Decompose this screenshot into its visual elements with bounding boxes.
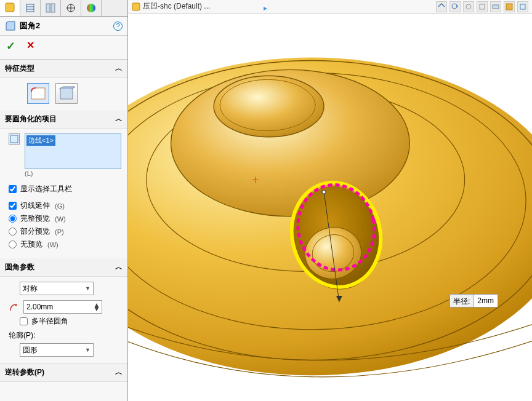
full-preview-shortcut: (W) <box>55 215 66 223</box>
svg-rect-10 <box>10 135 18 143</box>
selection-shortcut: (L) <box>25 170 33 177</box>
section-feature-type-title: 特征类型 <box>5 63 34 74</box>
section-feature-type-body <box>0 78 127 110</box>
svg-rect-16 <box>493 5 499 9</box>
panel-tabs <box>0 0 127 17</box>
breadcrumb-bar: 压凹-shc (Default) ... <box>128 0 532 14</box>
radius-icon <box>9 301 20 312</box>
view-tool-pan[interactable] <box>463 1 474 12</box>
view-tool-rotate[interactable] <box>449 1 461 12</box>
svg-point-13 <box>452 4 457 9</box>
profile-combo[interactable]: 圆形 ▼ <box>20 343 94 357</box>
svg-rect-12 <box>132 3 140 10</box>
section-params-title: 圆角参数 <box>5 262 34 272</box>
model-3d-view[interactable] <box>128 14 532 401</box>
view-tool-scene[interactable] <box>504 1 515 12</box>
view-tool-display[interactable] <box>490 1 501 12</box>
tangent-label: 切线延伸 <box>20 200 50 211</box>
face-fillet-icon <box>58 85 75 101</box>
section-params-header[interactable]: 圆角参数 ︿ <box>0 258 127 277</box>
view-tool-zoom[interactable] <box>436 1 447 12</box>
dimxpert-icon <box>65 2 76 14</box>
tab-property[interactable] <box>20 0 41 16</box>
symmetry-value: 对称 <box>23 284 38 294</box>
accept-reject-row: ✓ ✕ <box>0 36 127 60</box>
feature-title-row: 圆角2 ? <box>0 17 127 36</box>
spinner-down[interactable]: ▼ <box>93 307 100 311</box>
svg-rect-1 <box>26 4 34 12</box>
full-preview-radio[interactable] <box>9 215 17 223</box>
tangent-checkbox[interactable] <box>9 202 17 210</box>
svg-point-9 <box>87 4 95 12</box>
chevron-down-icon: ︿ <box>115 367 123 378</box>
tab-dimxpert[interactable] <box>61 0 81 16</box>
multi-radius-checkbox[interactable] <box>20 317 28 325</box>
feature-name: 圆角2 <box>20 20 40 31</box>
svg-point-11 <box>15 304 17 306</box>
partial-preview-shortcut: (P) <box>55 228 64 236</box>
fillet-icon <box>5 20 16 31</box>
section-feature-type-header[interactable]: 特征类型 ︿ <box>0 60 127 78</box>
radius-field[interactable] <box>26 303 93 311</box>
viewport[interactable]: 压凹-shc (Default) ... ▸ <box>128 0 532 401</box>
svg-rect-18 <box>520 4 525 9</box>
svg-rect-0 <box>6 3 14 12</box>
dropdown-icon: ▼ <box>85 285 91 292</box>
svg-point-14 <box>466 4 471 9</box>
section-params-body: 对称 ▼ ▲ ▼ 多半径圆角 轮廓(P): 圆形 ▼ <box>0 277 127 363</box>
symmetry-combo[interactable]: 对称 ▼ <box>20 282 94 295</box>
spinner-arrows: ▲ ▼ <box>93 303 100 311</box>
config-icon <box>45 2 56 14</box>
tangent-shortcut: (G) <box>55 202 65 210</box>
chevron-up-icon: ︿ <box>115 63 123 74</box>
view-tool-section[interactable] <box>477 1 488 12</box>
no-preview-shortcut: (W) <box>47 241 58 248</box>
svg-rect-4 <box>46 4 50 12</box>
section-items-body: 边线<1> (L) 显示选择工具栏 切线延伸 (G) 完整预览 (W) 部分预览… <box>0 129 127 258</box>
appearance-icon <box>86 2 97 14</box>
edge-selection-icon <box>9 133 20 145</box>
radius-input[interactable]: ▲ ▼ <box>23 300 102 314</box>
profile-value: 圆形 <box>23 345 38 355</box>
section-offset-title: 逆转参数(P) <box>5 367 44 378</box>
part-icon <box>132 2 140 11</box>
breadcrumb-arrow-icon[interactable]: ▸ <box>264 4 267 12</box>
selected-edge[interactable]: 边线<1> <box>26 135 55 146</box>
section-items-header[interactable]: 要圆角化的项目 ︿ <box>0 110 127 129</box>
reject-button[interactable]: ✕ <box>26 39 34 53</box>
fillet-type-constant-button[interactable] <box>27 83 49 104</box>
feature-tree-icon <box>4 2 15 13</box>
no-preview-label: 无预览 <box>20 239 42 250</box>
property-icon <box>25 2 36 14</box>
radius-callout[interactable]: 半径: 2mm <box>449 294 498 308</box>
show-toolbar-checkbox[interactable] <box>9 185 17 193</box>
fillet-type-face-button[interactable] <box>55 83 78 104</box>
no-preview-radio[interactable] <box>9 240 17 248</box>
accept-button[interactable]: ✓ <box>6 39 15 53</box>
section-offset-header[interactable]: 逆转参数(P) ︿ <box>0 363 127 382</box>
property-panel: 圆角2 ? ✓ ✕ 特征类型 ︿ 要圆角化的项目 ︿ 边线<1> <box>0 0 128 401</box>
profile-label: 轮廓(P): <box>9 330 121 341</box>
svg-rect-5 <box>51 4 55 12</box>
full-preview-label: 完整预览 <box>20 213 50 224</box>
section-items-title: 要圆角化的项目 <box>5 114 57 124</box>
multi-radius-label: 多半径圆角 <box>31 316 68 327</box>
show-toolbar-label: 显示选择工具栏 <box>20 184 72 194</box>
tab-feature[interactable] <box>0 0 20 16</box>
radius-callout-value[interactable]: 2mm <box>474 295 498 307</box>
edge-selection-list[interactable]: 边线<1> <box>25 133 121 169</box>
view-tools <box>436 1 528 12</box>
breadcrumb-text[interactable]: 压凹-shc (Default) ... <box>143 1 210 12</box>
tab-config[interactable] <box>41 0 61 16</box>
radius-callout-label: 半径: <box>450 295 474 307</box>
chevron-up-icon: ︿ <box>115 262 123 272</box>
svg-rect-15 <box>480 4 485 9</box>
partial-preview-label: 部分预览 <box>20 226 50 237</box>
view-tool-settings[interactable] <box>517 1 528 12</box>
svg-point-36 <box>322 190 326 194</box>
help-icon[interactable]: ? <box>113 22 123 31</box>
tab-appearance[interactable] <box>81 0 102 16</box>
partial-preview-radio[interactable] <box>9 228 17 236</box>
constant-fillet-icon <box>30 85 47 101</box>
chevron-up-icon: ︿ <box>115 114 123 124</box>
